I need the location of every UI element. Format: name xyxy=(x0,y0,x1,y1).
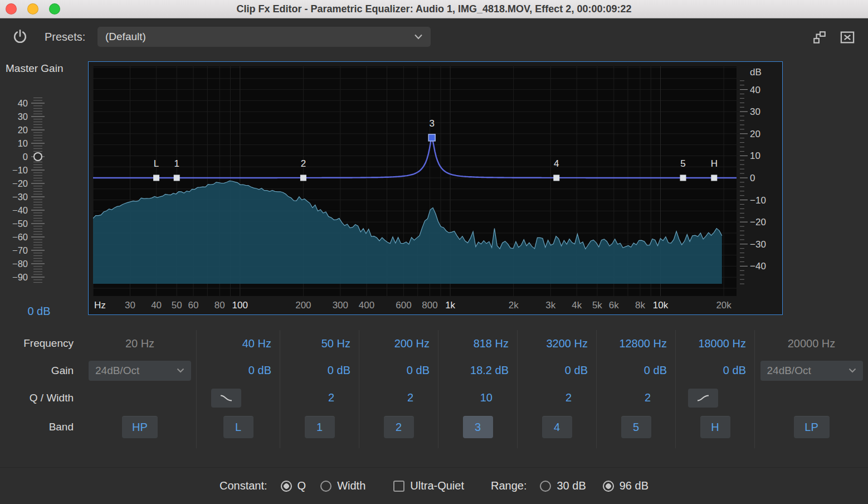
close-editor-button[interactable] xyxy=(839,30,856,46)
band-4-frequency-value[interactable]: 3200 Hz xyxy=(547,337,588,350)
y-axis-tick-20: 20 xyxy=(750,129,760,139)
x-axis-tick-30: 30 xyxy=(125,300,135,311)
window-close-button[interactable] xyxy=(6,3,17,14)
master-gain-slider[interactable]: 403020100−10−20−30−40−50−60−70−80−90 xyxy=(0,91,61,287)
gain-row-label: Gain xyxy=(0,357,84,384)
ultra-quiet-option[interactable]: Ultra-Quiet xyxy=(393,479,464,492)
band-4-select-button[interactable]: 4 xyxy=(542,416,572,438)
x-axis-tick-400: 400 xyxy=(359,300,374,311)
band-h-gain-value[interactable]: 0 dB xyxy=(723,364,746,377)
band-l-frequency-value[interactable]: 40 Hz xyxy=(242,337,271,350)
constant-q-radio[interactable] xyxy=(281,481,292,492)
clip-fx-editor-window: Clip Fx Editor - Parametric Equalizer: A… xyxy=(0,0,868,504)
band-3-q-value[interactable]: 10 xyxy=(480,391,492,404)
low-shelf-icon xyxy=(220,394,233,403)
x-axis-tick-50: 50 xyxy=(172,300,182,311)
eq-band-handle-H[interactable] xyxy=(711,175,717,181)
master-gain-knob[interactable] xyxy=(34,153,42,161)
eq-band-handle-4[interactable] xyxy=(553,175,559,181)
band-lp-slope-value: 24dB/Oct xyxy=(767,365,811,377)
range-30-option[interactable]: 30 dB xyxy=(540,479,586,492)
eq-band-label-3: 3 xyxy=(429,118,434,129)
master-gain-tick--10: −10 xyxy=(12,165,28,175)
effect-bypass-toggle[interactable] xyxy=(12,29,28,45)
q-width-row-label: Q / Width xyxy=(0,384,84,411)
master-gain-tick--20: −20 xyxy=(12,178,28,188)
eq-band-handle-3[interactable] xyxy=(428,134,435,141)
ultra-quiet-checkbox[interactable] xyxy=(393,481,404,492)
band-1-q-value[interactable]: 2 xyxy=(328,391,334,404)
band-l-gain-value[interactable]: 0 dB xyxy=(248,364,271,377)
eq-plot[interactable]: L12345H xyxy=(93,66,737,296)
range-96-radio[interactable] xyxy=(603,481,614,492)
window-zoom-button[interactable] xyxy=(49,3,60,14)
band-1-frequency-value[interactable]: 50 Hz xyxy=(321,337,350,350)
x-axis-tick-1k: 1k xyxy=(445,300,455,311)
routing-icon-button[interactable] xyxy=(811,30,828,46)
window-minimize-button[interactable] xyxy=(27,3,38,14)
band-h-select-button[interactable]: H xyxy=(700,416,730,438)
band-hp-slope-dropdown[interactable]: 24dB/Oct xyxy=(89,361,191,381)
band-4-q-value[interactable]: 2 xyxy=(565,391,572,404)
titlebar: Clip Fx Editor - Parametric Equalizer: A… xyxy=(0,0,868,18)
range-96-label: 96 dB xyxy=(620,479,648,492)
y-axis-unit-label: dB xyxy=(750,67,762,77)
band-column-3: 818 Hz18.2 dB103 xyxy=(438,330,517,448)
master-gain-value[interactable]: 0 dB xyxy=(0,305,78,318)
eq-band-handle-5[interactable] xyxy=(680,175,686,181)
band-2-select-button[interactable]: 2 xyxy=(384,416,414,438)
band-4-gain-value[interactable]: 0 dB xyxy=(565,364,588,377)
band-5-select-button[interactable]: 5 xyxy=(621,416,651,438)
y-axis-tick--10: −10 xyxy=(750,195,766,206)
band-2-gain-value[interactable]: 0 dB xyxy=(407,364,430,377)
x-axis-tick-3k: 3k xyxy=(545,300,555,311)
band-column-lp: 20000 Hz24dB/OctLP xyxy=(754,330,868,448)
chevron-down-icon xyxy=(849,368,856,373)
band-lp-slope-dropdown[interactable]: 24dB/Oct xyxy=(760,361,863,381)
band-3-select-button[interactable]: 3 xyxy=(463,416,493,438)
master-gain-tick--40: −40 xyxy=(12,205,28,215)
band-1-gain-value[interactable]: 0 dB xyxy=(328,364,350,377)
traffic-lights xyxy=(6,3,60,14)
x-axis-tick-300: 300 xyxy=(333,300,348,311)
frequency-axis: Hz30405060801002003004006008001k2k3k4k5k… xyxy=(89,296,782,314)
constant-width-option[interactable]: Width xyxy=(320,479,365,492)
range-30-radio[interactable] xyxy=(540,481,551,492)
band-hp-select-button[interactable]: HP xyxy=(122,416,158,438)
y-axis-tick--40: −40 xyxy=(750,261,766,272)
x-axis-tick-100: 100 xyxy=(232,300,248,311)
y-axis-tick--20: −20 xyxy=(750,217,766,227)
band-column-5: 12800 Hz0 dB25 xyxy=(596,330,675,448)
eq-band-handle-1[interactable] xyxy=(174,175,180,181)
band-2-q-value[interactable]: 2 xyxy=(407,391,413,404)
eq-band-label-H: H xyxy=(711,158,718,169)
master-gain-tick--70: −70 xyxy=(12,245,28,255)
constant-width-radio[interactable] xyxy=(320,481,331,492)
band-2-frequency-value[interactable]: 200 Hz xyxy=(394,337,430,350)
y-axis-tick-0: 0 xyxy=(750,173,755,183)
band-1-select-button[interactable]: 1 xyxy=(305,416,335,438)
band-5-q-value[interactable]: 2 xyxy=(645,391,651,404)
x-axis-tick-60: 60 xyxy=(188,300,199,311)
band-5-frequency-value[interactable]: 12800 Hz xyxy=(619,337,667,350)
band-hp-slope-value: 24dB/Oct xyxy=(95,365,139,377)
range-96-option[interactable]: 96 dB xyxy=(603,479,648,492)
y-axis-tick-10: 10 xyxy=(750,151,760,161)
band-3-frequency-value[interactable]: 818 Hz xyxy=(474,337,509,350)
presets-dropdown[interactable]: (Default) xyxy=(97,27,431,47)
eq-band-handle-L[interactable] xyxy=(153,175,159,181)
band-h-frequency-value[interactable]: 18000 Hz xyxy=(698,337,746,350)
constant-q-option[interactable]: Q xyxy=(281,479,306,492)
band-lp-select-button[interactable]: LP xyxy=(794,416,830,438)
band-3-gain-value[interactable]: 18.2 dB xyxy=(470,364,509,377)
band-h-shelf-shape-button[interactable] xyxy=(688,389,718,408)
power-icon xyxy=(12,29,28,45)
y-axis-tick-30: 30 xyxy=(750,106,760,117)
eq-section: Master Gain 403020100−10−20−30−40−50−60−… xyxy=(0,56,868,330)
band-5-gain-value[interactable]: 0 dB xyxy=(644,364,667,377)
y-axis-tick-40: 40 xyxy=(750,85,760,95)
presets-label: Presets: xyxy=(45,18,85,56)
band-l-shelf-shape-button[interactable] xyxy=(211,389,241,408)
band-l-select-button[interactable]: L xyxy=(223,416,253,438)
eq-band-handle-2[interactable] xyxy=(300,175,306,181)
